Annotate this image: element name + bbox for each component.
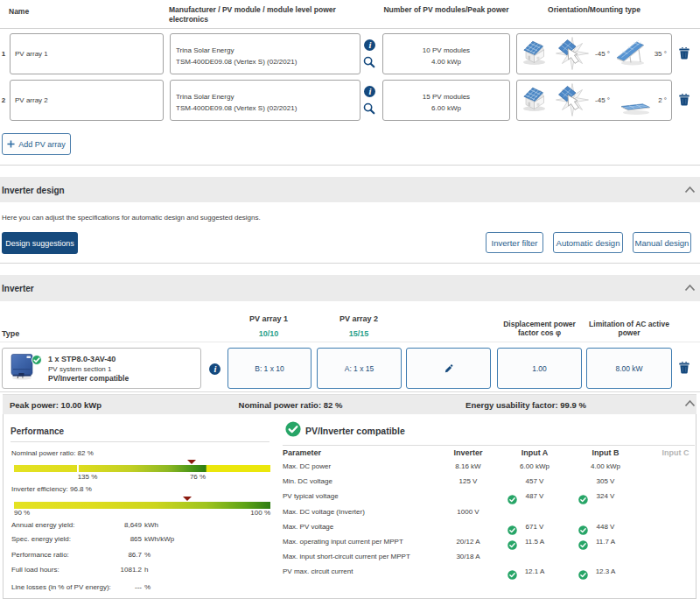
svg-text:i: i — [214, 364, 217, 374]
svg-text:i: i — [369, 87, 372, 96]
svg-text:i: i — [369, 40, 372, 50]
